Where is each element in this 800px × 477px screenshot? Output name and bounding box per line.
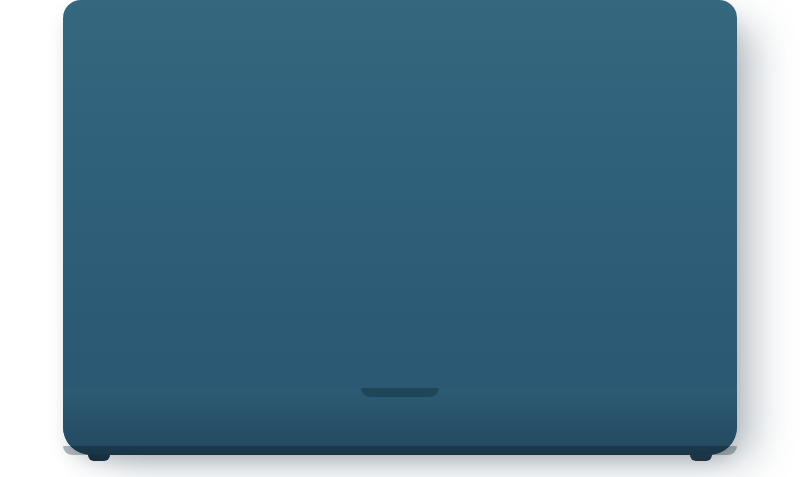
laptop-mockup	[63, 0, 737, 455]
laptop-base	[63, 388, 737, 455]
laptop-lid-notch	[361, 388, 439, 397]
laptop-base-edge	[63, 446, 737, 455]
